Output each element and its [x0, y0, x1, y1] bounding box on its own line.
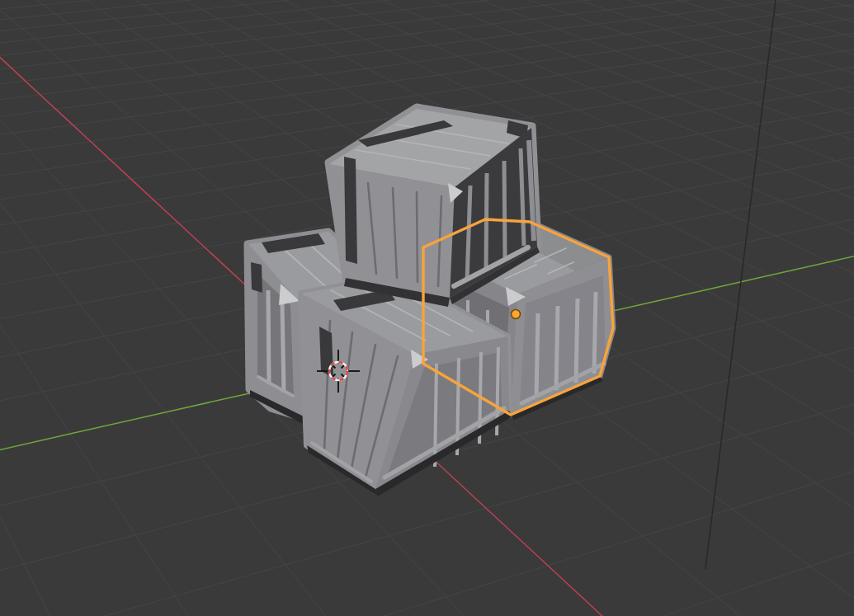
- crate-top-side-slot: [344, 157, 357, 264]
- blender-3d-viewport[interactable]: [0, 0, 854, 616]
- crate-back-left-side-slot: [251, 262, 262, 293]
- crate-front-side-slot: [319, 327, 333, 378]
- object-origin-dot: [512, 310, 521, 319]
